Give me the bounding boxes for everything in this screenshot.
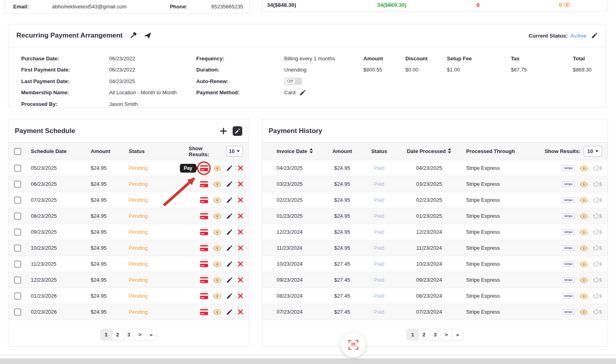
edit-status-icon[interactable] [591, 32, 598, 39]
row-checkbox[interactable] [14, 308, 21, 316]
refund-icon[interactable]: $ [593, 309, 602, 315]
refund-icon[interactable]: $ [593, 181, 602, 187]
view-icon[interactable] [213, 309, 221, 315]
pagination-button[interactable]: 1 [101, 329, 112, 340]
delete-icon[interactable] [238, 309, 243, 314]
sort-icon[interactable] [448, 148, 451, 155]
edit-payment-method-icon[interactable] [299, 90, 306, 96]
view-icon[interactable] [580, 165, 588, 171]
row-checkbox[interactable] [14, 181, 21, 188]
refund-icon[interactable]: $ [593, 261, 602, 267]
stripe-badge[interactable]: stripe [562, 197, 575, 203]
pay-card-icon[interactable]: Pay [200, 165, 208, 171]
view-icon[interactable] [580, 245, 588, 251]
select-all-checkbox[interactable] [14, 148, 21, 155]
pagination-button[interactable]: > [441, 329, 452, 340]
stripe-badge[interactable]: stripe [562, 245, 575, 251]
stripe-badge[interactable]: stripe [562, 261, 575, 267]
row-checkbox[interactable] [14, 213, 21, 220]
view-icon[interactable] [213, 261, 221, 267]
show-results-select[interactable]: 10 [226, 146, 243, 157]
edit-icon[interactable] [226, 293, 233, 299]
barcode-scan-button[interactable] [341, 332, 366, 357]
pagination-button[interactable]: » [146, 329, 157, 340]
pagination-button[interactable]: > [134, 329, 146, 340]
pay-card-icon[interactable] [200, 181, 208, 187]
view-icon[interactable] [213, 181, 221, 187]
edit-icon[interactable] [226, 229, 233, 235]
view-icon[interactable] [213, 245, 221, 251]
view-icon[interactable] [213, 277, 221, 283]
edit-icon[interactable] [226, 197, 233, 203]
pagination-button[interactable]: 1 [407, 329, 418, 340]
refund-icon[interactable]: $ [593, 245, 602, 251]
row-checkbox[interactable] [14, 229, 21, 236]
stripe-badge[interactable]: stripe [562, 165, 575, 171]
delete-icon[interactable] [238, 277, 243, 282]
pagination-button[interactable]: 2 [112, 329, 123, 340]
show-results-select[interactable]: 10 [584, 146, 602, 157]
row-checkbox[interactable] [14, 245, 21, 252]
row-checkbox[interactable] [14, 276, 21, 284]
row-checkbox[interactable] [14, 261, 21, 268]
pagination-button[interactable]: » [452, 329, 463, 340]
stripe-badge[interactable]: stripe [562, 213, 575, 219]
view-icon[interactable] [580, 309, 588, 315]
pagination-button[interactable]: 2 [418, 329, 429, 340]
view-icon[interactable] [213, 293, 221, 299]
edit-icon[interactable] [226, 309, 233, 315]
pagination-button[interactable]: 3 [429, 329, 441, 340]
edit-square-icon[interactable] [233, 126, 242, 136]
view-icon[interactable] [580, 229, 588, 235]
edit-icon[interactable] [226, 213, 233, 219]
view-icon[interactable] [580, 181, 588, 187]
pay-card-icon[interactable] [200, 277, 208, 283]
view-icon[interactable] [213, 229, 221, 235]
eye-icon[interactable] [564, 2, 570, 7]
pagination-button[interactable]: 3 [123, 329, 134, 340]
send-icon[interactable] [144, 32, 152, 39]
row-checkbox[interactable] [14, 165, 21, 172]
delete-icon[interactable] [238, 293, 243, 298]
edit-icon[interactable] [226, 245, 233, 251]
delete-icon[interactable] [238, 181, 243, 187]
pay-card-icon[interactable] [200, 229, 208, 235]
edit-icon[interactable] [226, 181, 233, 187]
gavel-icon[interactable] [129, 32, 137, 40]
edit-icon[interactable] [226, 165, 233, 171]
view-icon[interactable] [580, 277, 588, 283]
view-icon[interactable] [580, 197, 588, 203]
stripe-badge[interactable]: stripe [562, 181, 575, 187]
delete-icon[interactable] [238, 213, 243, 219]
row-checkbox[interactable] [14, 292, 21, 300]
add-payment-icon[interactable] [220, 127, 227, 135]
view-icon[interactable] [580, 261, 588, 267]
row-checkbox[interactable] [14, 197, 21, 204]
stripe-badge[interactable]: stripe [562, 277, 575, 283]
stripe-badge[interactable]: stripe [562, 229, 575, 235]
pay-card-icon[interactable] [200, 293, 208, 299]
delete-icon[interactable] [238, 229, 243, 235]
delete-icon[interactable] [238, 261, 243, 267]
pay-card-icon[interactable] [200, 261, 208, 267]
pay-card-icon[interactable] [200, 245, 208, 251]
edit-icon[interactable] [226, 277, 233, 283]
delete-icon[interactable] [238, 245, 243, 251]
refund-icon[interactable]: $ [593, 197, 602, 203]
refund-icon[interactable]: $ [593, 165, 602, 171]
view-icon[interactable] [580, 213, 588, 219]
auto-renew-toggle[interactable]: Off [284, 78, 302, 85]
delete-icon[interactable] [238, 165, 243, 171]
refund-icon[interactable]: $ [593, 277, 602, 283]
view-icon[interactable] [580, 293, 588, 299]
delete-icon[interactable] [238, 197, 243, 203]
stripe-badge[interactable]: stripe [562, 309, 575, 315]
refund-icon[interactable]: $ [593, 293, 602, 299]
refund-icon[interactable]: $ [593, 229, 602, 235]
sort-icon[interactable] [309, 148, 313, 155]
pay-card-icon[interactable] [200, 309, 208, 315]
view-icon[interactable] [213, 165, 221, 171]
pay-card-icon[interactable] [200, 197, 208, 203]
edit-icon[interactable] [226, 261, 233, 267]
stripe-badge[interactable]: stripe [562, 293, 575, 299]
